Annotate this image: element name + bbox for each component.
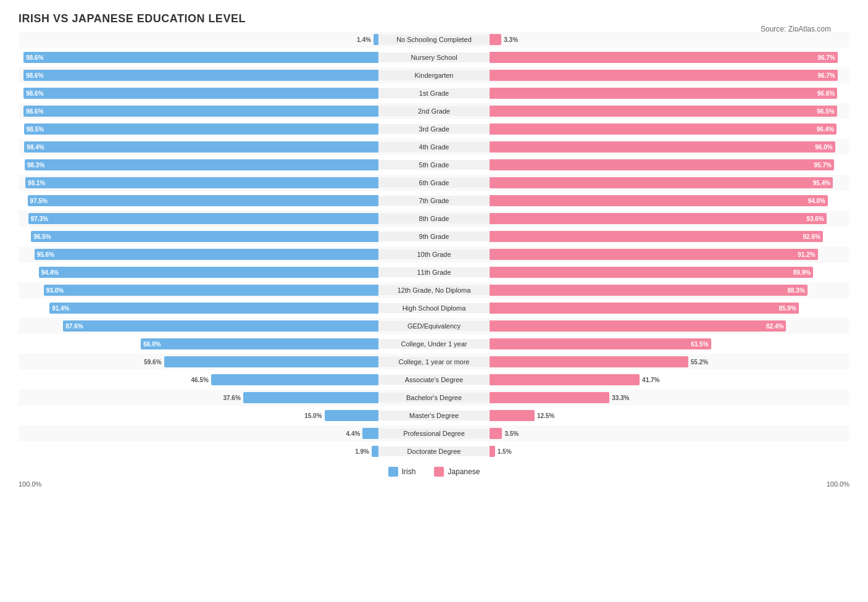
table-row: 91.4%High School Diploma85.9% <box>19 300 849 316</box>
right-bar-container: 91.2% <box>490 248 849 261</box>
irish-value: 93.0% <box>46 287 64 294</box>
left-bar-container: 98.3% <box>19 158 378 172</box>
japanese-bar <box>490 428 502 439</box>
table-row: 98.6%Kindergarten96.7% <box>19 67 849 83</box>
irish-bar: 98.6% <box>23 106 378 117</box>
left-bar-container: 4.4% <box>19 427 378 440</box>
left-bar-container: 59.6% <box>19 355 378 369</box>
japanese-value: 94.0% <box>808 198 825 204</box>
education-level-label: 6th Grade <box>378 178 490 188</box>
irish-value: 91.4% <box>52 305 69 312</box>
left-bar-container: 1.4% <box>19 33 378 46</box>
irish-value: 95.6% <box>37 251 54 258</box>
irish-value: 98.5% <box>27 126 44 133</box>
table-row: 96.5%9th Grade92.6% <box>19 228 849 245</box>
table-row: 87.6%GED/Equivalency82.4% <box>19 318 849 334</box>
japanese-bar: 95.4% <box>490 177 833 188</box>
japanese-bar: 89.9% <box>490 267 813 278</box>
japanese-value: 55.2% <box>691 359 708 366</box>
japanese-value: 82.4% <box>766 323 783 330</box>
education-level-label: Nursery School <box>378 52 490 62</box>
left-bar-container: 95.6% <box>19 248 378 261</box>
japanese-value: 95.7% <box>814 162 832 169</box>
table-row: 98.6%Nursery School96.7% <box>19 49 849 65</box>
right-bar-container: 82.4% <box>490 319 849 333</box>
education-level-label: Bachelor's Degree <box>378 393 490 403</box>
japanese-value: 1.5% <box>498 448 512 455</box>
right-bar-container: 89.9% <box>490 265 849 279</box>
table-row: 98.6%2nd Grade96.5% <box>19 103 849 119</box>
japanese-bar: 94.0% <box>490 195 828 206</box>
irish-value: 4.4% <box>346 430 361 437</box>
japanese-value: 89.9% <box>793 269 811 276</box>
japanese-value: 95.4% <box>813 180 830 186</box>
right-bar-container: 96.7% <box>490 69 849 82</box>
education-level-label: 4th Grade <box>378 142 490 152</box>
irish-bar: 66.0% <box>141 338 378 349</box>
japanese-bar <box>490 410 535 421</box>
japanese-value: 96.4% <box>817 126 834 133</box>
irish-value: 97.5% <box>30 198 48 204</box>
education-level-label: Professional Degree <box>378 429 490 438</box>
left-bar-container: 98.6% <box>19 104 378 118</box>
japanese-bar: 92.6% <box>490 231 823 242</box>
table-row: 98.3%5th Grade95.7% <box>19 157 849 173</box>
education-level-label: Doctorate Degree <box>378 446 490 456</box>
irish-bar: 87.6% <box>63 320 378 332</box>
irish-bar: 97.3% <box>28 213 378 224</box>
japanese-bar <box>490 392 609 403</box>
irish-bar: 98.1% <box>25 177 378 188</box>
education-level-label: GED/Equivalency <box>378 321 490 331</box>
right-bar-container: 95.7% <box>490 158 849 172</box>
right-bar-container: 92.6% <box>490 230 849 243</box>
right-bar-container: 3.5% <box>490 427 849 440</box>
irish-bar: 94.4% <box>39 267 378 278</box>
irish-value: 98.4% <box>27 144 44 151</box>
table-row: 98.5%3rd Grade96.4% <box>19 121 849 137</box>
japanese-bar: 96.5% <box>490 106 837 117</box>
japanese-bar: 85.9% <box>490 303 799 314</box>
irish-value: 94.4% <box>41 269 59 276</box>
irish-bar <box>372 446 378 457</box>
right-bar-container: 12.5% <box>490 409 849 422</box>
japanese-bar: 96.7% <box>490 70 838 81</box>
japanese-value: 92.6% <box>803 233 820 240</box>
irish-bar <box>373 34 378 45</box>
irish-bar: 98.5% <box>24 123 378 135</box>
japanese-value: 3.5% <box>504 430 519 437</box>
irish-bar: 98.6% <box>23 88 378 99</box>
left-bar-container: 15.0% <box>19 409 378 422</box>
irish-bar <box>325 410 378 421</box>
right-bar-container: 93.6% <box>490 212 849 225</box>
irish-bar: 98.4% <box>24 141 378 153</box>
japanese-value: 61.5% <box>691 341 708 348</box>
legend-japanese-label: Japanese <box>448 467 480 476</box>
left-bar-container: 98.6% <box>19 69 378 82</box>
left-bar-container: 98.6% <box>19 51 378 64</box>
education-level-label: Associate's Degree <box>378 375 490 385</box>
education-level-label: Master's Degree <box>378 411 490 420</box>
irish-bar: 95.6% <box>35 249 378 260</box>
education-level-label: College, Under 1 year <box>378 339 490 349</box>
legend-irish-box <box>388 467 398 477</box>
table-row: 37.6%Bachelor's Degree33.3% <box>19 390 849 406</box>
irish-value: 98.6% <box>26 90 43 97</box>
right-bar-container: 96.6% <box>490 86 849 100</box>
irish-value: 1.4% <box>357 36 371 43</box>
irish-bar: 97.5% <box>28 195 378 206</box>
irish-bar: 98.6% <box>23 70 378 81</box>
education-level-label: High School Diploma <box>378 303 490 313</box>
right-bar-container: 94.0% <box>490 194 849 207</box>
irish-value: 98.6% <box>26 108 43 115</box>
japanese-value: 91.2% <box>798 251 815 258</box>
table-row: 66.0%College, Under 1 year61.5% <box>19 336 849 352</box>
education-level-label: 12th Grade, No Diploma <box>378 285 490 295</box>
right-bar-container: 95.4% <box>490 176 849 190</box>
japanese-bar: 96.4% <box>490 123 837 135</box>
japanese-bar <box>490 446 495 457</box>
education-level-label: 7th Grade <box>378 196 490 206</box>
legend: Irish Japanese <box>19 467 849 477</box>
legend-japanese: Japanese <box>434 467 480 477</box>
japanese-bar: 61.5% <box>490 338 711 349</box>
right-bar-container: 96.0% <box>490 140 849 154</box>
